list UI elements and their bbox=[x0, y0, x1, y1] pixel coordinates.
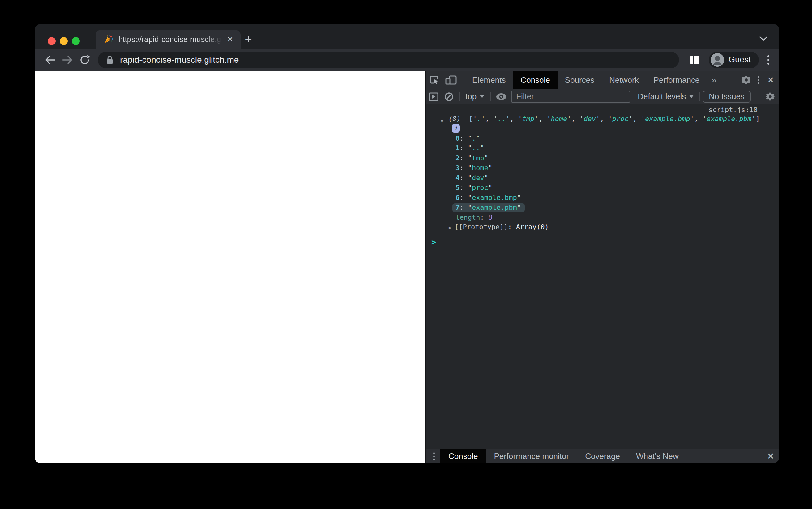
array-entry-row[interactable]: 2: "tmp" bbox=[426, 153, 779, 163]
drawer-close-icon[interactable]: ✕ bbox=[762, 451, 779, 462]
array-entry-row[interactable]: 5: "proc" bbox=[426, 183, 779, 193]
expander-triangle-icon: ▶ bbox=[449, 225, 451, 230]
prototype-row[interactable]: ▶[[Prototype]]: Array(0) bbox=[426, 223, 779, 232]
url-bar[interactable]: rapid-concise-muscle.glitch.me bbox=[98, 52, 679, 68]
array-entry-row[interactable]: 7: "example.pbm" bbox=[426, 203, 779, 212]
array-entry-row[interactable]: 6: "example.bmp" bbox=[426, 193, 779, 203]
caret-down-icon bbox=[480, 96, 484, 98]
side-panel-button[interactable] bbox=[686, 52, 703, 68]
browser-tab[interactable]: https://rapid-concise-muscle.g ✕ bbox=[96, 30, 241, 49]
tab-strip: https://rapid-concise-muscle.g ✕ + bbox=[35, 24, 779, 49]
console-output[interactable]: script.js:10 ▼ (8) ['.', '..', 'tmp', 'h… bbox=[426, 104, 779, 449]
tab-elements[interactable]: Elements bbox=[465, 71, 513, 89]
devtools-drawer: Console Performance monitor Coverage Wha… bbox=[426, 449, 779, 463]
minimize-window-button[interactable] bbox=[60, 37, 68, 45]
tab-console[interactable]: Console bbox=[513, 71, 557, 89]
console-sidebar-icon[interactable] bbox=[426, 89, 441, 104]
tab-sources[interactable]: Sources bbox=[558, 71, 602, 89]
console-toolbar: top Default levels No Issue bbox=[426, 89, 779, 104]
browser-toolbar: rapid-concise-muscle.glitch.me Guest bbox=[35, 49, 779, 71]
caret-down-icon bbox=[690, 96, 694, 98]
filter-input[interactable] bbox=[511, 91, 630, 103]
array-entry-row[interactable]: 1: ".." bbox=[426, 143, 779, 153]
length-row: length: 8 bbox=[426, 212, 779, 223]
tab-network[interactable]: Network bbox=[602, 71, 646, 89]
console-settings-gear-icon[interactable] bbox=[761, 89, 779, 104]
browser-menu-icon[interactable] bbox=[764, 55, 773, 65]
avatar bbox=[711, 53, 724, 67]
drawer-tab-console[interactable]: Console bbox=[440, 449, 486, 463]
more-tabs-icon[interactable]: » bbox=[707, 75, 721, 85]
inspect-element-icon[interactable] bbox=[426, 71, 442, 89]
back-button[interactable] bbox=[41, 51, 59, 69]
expander-triangle-icon[interactable]: ▼ bbox=[441, 116, 443, 126]
settings-gear-icon[interactable] bbox=[738, 71, 754, 89]
console-message: script.js:10 ▼ (8) ['.', '..', 'tmp', 'h… bbox=[426, 104, 779, 235]
tab-performance[interactable]: Performance bbox=[646, 71, 707, 89]
reload-button[interactable] bbox=[76, 51, 93, 69]
drawer-tab-performance-monitor[interactable]: Performance monitor bbox=[486, 449, 577, 463]
devtools-tabbar: Elements Console Sources Network Perform… bbox=[426, 71, 779, 89]
window-controls bbox=[48, 37, 80, 45]
devtools-panel: Elements Console Sources Network Perform… bbox=[425, 71, 779, 463]
profile-button[interactable]: Guest bbox=[709, 52, 759, 68]
tab-title: https://rapid-concise-muscle.g bbox=[118, 35, 224, 44]
info-badge-row: i bbox=[452, 124, 779, 131]
drawer-tab-coverage[interactable]: Coverage bbox=[577, 449, 628, 463]
url-text: rapid-concise-muscle.glitch.me bbox=[120, 55, 239, 65]
tab-close-icon[interactable]: ✕ bbox=[227, 35, 233, 44]
party-popper-icon bbox=[103, 35, 114, 44]
no-issues-button[interactable]: No Issues bbox=[702, 91, 751, 103]
zoom-window-button[interactable] bbox=[72, 37, 80, 45]
live-expression-eye-icon[interactable] bbox=[493, 89, 509, 104]
devtools-menu-icon[interactable] bbox=[754, 76, 762, 84]
console-prompt[interactable]: > bbox=[426, 235, 779, 247]
clear-console-icon[interactable] bbox=[441, 89, 457, 104]
array-entry-row[interactable]: 3: "home" bbox=[426, 163, 779, 173]
source-link[interactable]: script.js:10 bbox=[709, 106, 757, 114]
browser-window: https://rapid-concise-muscle.g ✕ + rapi bbox=[35, 24, 779, 463]
profile-label: Guest bbox=[728, 55, 751, 65]
lock-icon bbox=[106, 55, 114, 65]
array-preview[interactable]: ▼ (8) ['.', '..', 'tmp', 'home', 'dev', … bbox=[426, 114, 779, 124]
close-window-button[interactable] bbox=[48, 37, 56, 45]
new-tab-button[interactable]: + bbox=[241, 32, 256, 47]
drawer-tab-whats-new[interactable]: What's New bbox=[628, 449, 687, 463]
page-viewport[interactable] bbox=[35, 71, 425, 463]
forward-button[interactable] bbox=[59, 51, 76, 69]
default-levels-dropdown[interactable]: Default levels bbox=[634, 92, 697, 101]
drawer-menu-icon[interactable] bbox=[426, 452, 440, 460]
context-selector[interactable]: top bbox=[462, 92, 488, 101]
chevron-down-icon[interactable] bbox=[759, 36, 768, 41]
devtools-close-icon[interactable]: ✕ bbox=[762, 75, 779, 85]
array-entries: 0: "."1: ".."2: "tmp"3: "home"4: "dev"5:… bbox=[426, 133, 779, 212]
info-icon[interactable]: i bbox=[452, 124, 460, 133]
array-entry-row[interactable]: 4: "dev" bbox=[426, 173, 779, 183]
device-toolbar-icon[interactable] bbox=[442, 71, 459, 89]
array-entry-row[interactable]: 0: "." bbox=[426, 133, 779, 143]
